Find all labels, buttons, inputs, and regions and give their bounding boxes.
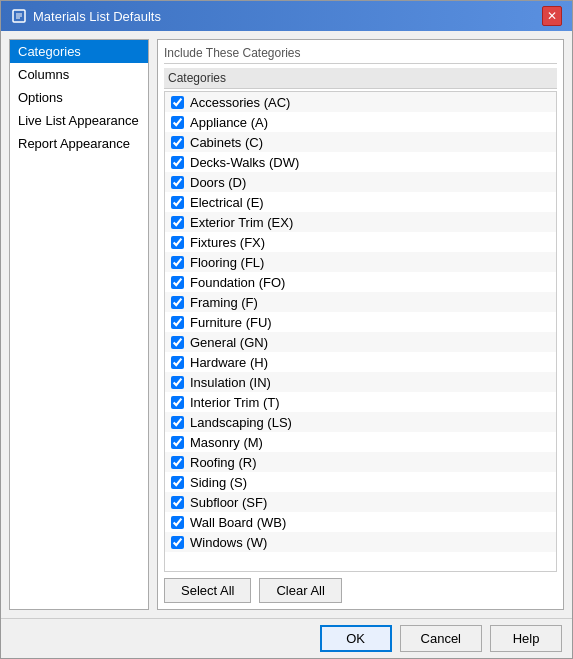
category-checkbox[interactable] (171, 356, 184, 369)
category-item: Siding (S) (165, 472, 556, 492)
sidebar-item-options[interactable]: Options (10, 86, 148, 109)
category-label: Decks-Walks (DW) (190, 155, 299, 170)
category-label: General (GN) (190, 335, 268, 350)
category-item: Wall Board (WB) (165, 512, 556, 532)
category-label: Exterior Trim (EX) (190, 215, 293, 230)
category-item: Decks-Walks (DW) (165, 152, 556, 172)
sidebar-item-report[interactable]: Report Appearance (10, 132, 148, 155)
category-checkbox[interactable] (171, 96, 184, 109)
category-checkbox[interactable] (171, 296, 184, 309)
category-label: Wall Board (WB) (190, 515, 286, 530)
category-checkbox[interactable] (171, 476, 184, 489)
dialog: Materials List Defaults ✕ Categories Col… (0, 0, 573, 659)
action-row: Select All Clear All (164, 578, 557, 603)
dialog-body: Categories Columns Options Live List App… (1, 31, 572, 618)
category-label: Foundation (FO) (190, 275, 285, 290)
category-item: Windows (W) (165, 532, 556, 552)
category-item: Subfloor (SF) (165, 492, 556, 512)
category-label: Masonry (M) (190, 435, 263, 450)
category-item: Flooring (FL) (165, 252, 556, 272)
category-checkbox[interactable] (171, 516, 184, 529)
category-checkbox[interactable] (171, 416, 184, 429)
category-checkbox[interactable] (171, 316, 184, 329)
category-label: Windows (W) (190, 535, 267, 550)
category-checkbox[interactable] (171, 376, 184, 389)
category-item: Roofing (R) (165, 452, 556, 472)
category-checkbox[interactable] (171, 436, 184, 449)
category-item: Doors (D) (165, 172, 556, 192)
category-checkbox[interactable] (171, 176, 184, 189)
category-checkbox[interactable] (171, 496, 184, 509)
category-checkbox[interactable] (171, 336, 184, 349)
category-checkbox[interactable] (171, 256, 184, 269)
category-checkbox[interactable] (171, 156, 184, 169)
category-label: Furniture (FU) (190, 315, 272, 330)
category-item: Cabinets (C) (165, 132, 556, 152)
help-button[interactable]: Help (490, 625, 562, 652)
dialog-icon (11, 8, 27, 24)
close-button[interactable]: ✕ (542, 6, 562, 26)
category-label: Framing (F) (190, 295, 258, 310)
category-checkbox[interactable] (171, 236, 184, 249)
cancel-button[interactable]: Cancel (400, 625, 482, 652)
category-label: Hardware (H) (190, 355, 268, 370)
category-item: Framing (F) (165, 292, 556, 312)
category-label: Cabinets (C) (190, 135, 263, 150)
category-label: Landscaping (LS) (190, 415, 292, 430)
category-label: Flooring (FL) (190, 255, 264, 270)
category-label: Fixtures (FX) (190, 235, 265, 250)
category-item: Exterior Trim (EX) (165, 212, 556, 232)
category-label: Siding (S) (190, 475, 247, 490)
category-checkbox[interactable] (171, 216, 184, 229)
category-label: Insulation (IN) (190, 375, 271, 390)
category-checkbox[interactable] (171, 536, 184, 549)
sidebar-item-columns[interactable]: Columns (10, 63, 148, 86)
category-item: Electrical (E) (165, 192, 556, 212)
category-item: Hardware (H) (165, 352, 556, 372)
category-label: Subfloor (SF) (190, 495, 267, 510)
category-label: Interior Trim (T) (190, 395, 280, 410)
category-item: Interior Trim (T) (165, 392, 556, 412)
category-item: Furniture (FU) (165, 312, 556, 332)
category-item: Appliance (A) (165, 112, 556, 132)
dialog-title: Materials List Defaults (33, 9, 161, 24)
category-label: Roofing (R) (190, 455, 256, 470)
category-label: Doors (D) (190, 175, 246, 190)
category-label: Appliance (A) (190, 115, 268, 130)
sidebar-item-categories[interactable]: Categories (10, 40, 148, 63)
select-all-button[interactable]: Select All (164, 578, 251, 603)
ok-button[interactable]: OK (320, 625, 392, 652)
category-item: Fixtures (FX) (165, 232, 556, 252)
category-checkbox[interactable] (171, 116, 184, 129)
categories-header: Categories (164, 68, 557, 89)
clear-all-button[interactable]: Clear All (259, 578, 341, 603)
title-bar: Materials List Defaults ✕ (1, 1, 572, 31)
category-item: Insulation (IN) (165, 372, 556, 392)
category-item: Foundation (FO) (165, 272, 556, 292)
category-checkbox[interactable] (171, 276, 184, 289)
category-label: Electrical (E) (190, 195, 264, 210)
sidebar: Categories Columns Options Live List App… (9, 39, 149, 610)
category-label: Accessories (AC) (190, 95, 290, 110)
dialog-footer: OK Cancel Help (1, 618, 572, 658)
category-checkbox[interactable] (171, 196, 184, 209)
category-checkbox[interactable] (171, 456, 184, 469)
sidebar-item-live-list[interactable]: Live List Appearance (10, 109, 148, 132)
category-item: Landscaping (LS) (165, 412, 556, 432)
main-panel: Include These Categories Categories Acce… (157, 39, 564, 610)
category-item: General (GN) (165, 332, 556, 352)
category-item: Masonry (M) (165, 432, 556, 452)
panel-title: Include These Categories (164, 46, 557, 64)
category-item: Accessories (AC) (165, 92, 556, 112)
category-checkbox[interactable] (171, 396, 184, 409)
category-checkbox[interactable] (171, 136, 184, 149)
categories-list[interactable]: Accessories (AC)Appliance (A)Cabinets (C… (164, 91, 557, 572)
